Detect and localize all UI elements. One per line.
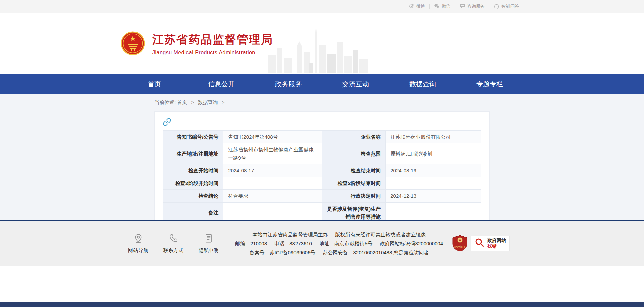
main-nav: 首页 信息公开 政务服务 交流互动 数据查询 专题专栏 [0, 74, 644, 94]
topbar-link-weibo[interactable]: 微博 [404, 3, 429, 10]
footer-line-1: 本站由江苏省药品监督管理局主办 版权所有未经许可禁止转载或者建立镜像 [226, 230, 452, 239]
wechat-icon [434, 3, 440, 10]
field-label: 检查2阶段结束时间 [322, 177, 386, 190]
footer-line-2: 邮编：210008 电话：83273610 地址：南京市鼓楼街5号 政府网站标识… [226, 239, 452, 248]
field-value: 告知书2024年第408号 [223, 131, 322, 143]
utility-topbar: 微博 微信 咨询服务 智能问答 [0, 0, 644, 13]
inspection-table: 告知书编号/公告号 告知书2024年第408号 企业名称 江苏联环药业股份有限公… [163, 130, 481, 223]
footer-security-number: 苏公网安备：32010602010488 您是第位访问者 [323, 250, 429, 255]
breadcrumb: 当前位置: 首页 > 数据查询 > [154, 99, 490, 106]
breadcrumb-prefix: 当前位置: [154, 99, 176, 105]
footer-copyright-text: 版权所有未经许可禁止转载或者建立镜像 [335, 232, 426, 237]
national-emblem [121, 31, 145, 57]
breadcrumb-link-home[interactable]: 首页 [177, 99, 187, 105]
party-government-agency-badge[interactable]: 党政机关 [452, 235, 468, 252]
agency-badge-label: 党政机关 [454, 245, 466, 249]
map-pin-icon [133, 233, 143, 244]
nav-item-info-disclosure[interactable]: 信息公开 [188, 74, 255, 94]
magnifier-icon [475, 238, 485, 249]
field-value: 符合要求 [223, 190, 322, 202]
field-label: 检查范围 [322, 143, 386, 164]
smart-qa-icon [494, 3, 499, 10]
field-value [386, 177, 481, 190]
field-value: 2024-12-13 [386, 190, 481, 202]
field-label: 企业名称 [322, 131, 386, 143]
footer-quick-links: 网站导航 联系方式 [121, 233, 226, 254]
nav-item-home[interactable]: 首页 [121, 74, 188, 94]
weibo-icon [409, 3, 414, 10]
nav-item-special-topics[interactable]: 专题专栏 [456, 74, 523, 94]
error-badge-title: 政府网站 [487, 238, 506, 243]
field-value: 江苏省扬州市扬州生物健康产业园健康一路9号 [223, 143, 322, 164]
breadcrumb-separator: > [222, 99, 225, 105]
field-label: 检查开始时间 [163, 164, 223, 177]
table-row: 检查结论 符合要求 行政决定时间 2024-12-13 [163, 190, 481, 202]
field-value: 原料药,口服溶液剂 [386, 143, 481, 164]
footer-phone: 电话：83273610 [274, 241, 312, 246]
table-row: 检查开始时间 2024-08-17 检查结束时间 2024-08-19 [163, 164, 481, 177]
field-label: 告知书编号/公告号 [163, 131, 223, 143]
nav-item-gov-services[interactable]: 政务服务 [255, 74, 322, 94]
footer-site-id: 政府网站标识码3200000004 [380, 241, 443, 246]
footer-text: 本站由江苏省药品监督管理局主办 版权所有未经许可禁止转载或者建立镜像 邮编：21… [226, 230, 452, 257]
nav-item-data-query[interactable]: 数据查询 [389, 74, 456, 94]
breadcrumb-separator: > [191, 99, 194, 105]
bottom-strip [0, 302, 644, 307]
field-label: 检查结束时间 [322, 164, 386, 177]
city-skyline-watermark [268, 23, 369, 74]
footer-link-label: 隐私申明 [199, 247, 219, 254]
field-label: 生产地址/注册地址 [163, 143, 223, 164]
footer-link-contact[interactable]: 联系方式 [156, 233, 191, 254]
phone-icon [168, 233, 178, 244]
site-subtitle: Jiangsu Medical Products Administration [152, 50, 273, 56]
footer-icp-number: 备案号：苏ICP备09039606号 [250, 250, 316, 255]
topbar-link-consult-service[interactable]: 咨询服务 [455, 3, 489, 10]
field-label: 检查2阶段开始时间 [163, 177, 223, 190]
field-value: 江苏联环药业股份有限公司 [386, 131, 481, 143]
consult-service-icon [460, 3, 465, 10]
field-label: 行政决定时间 [322, 190, 386, 202]
table-row: 检查2阶段开始时间 检查2阶段结束时间 [163, 177, 481, 190]
footer-line-3: 备案号：苏ICP备09039606号 苏公网安备：32010602010488 … [226, 248, 452, 257]
brand[interactable]: 江苏省药品监督管理局 Jiangsu Medical Products Admi… [121, 31, 273, 57]
document-icon [204, 233, 214, 244]
website-error-correction-badge[interactable]: 政府网站 找错 [471, 236, 510, 251]
topbar-link-label: 咨询服务 [467, 3, 485, 9]
footer-postcode: 邮编：210008 [235, 241, 267, 246]
main-content: 当前位置: 首页 > 数据查询 > 告知书编号/公告号 告知书2024年第408… [0, 94, 644, 220]
topbar-link-label: 微信 [442, 3, 450, 9]
table-row: 告知书编号/公告号 告知书2024年第408号 企业名称 江苏联环药业股份有限公… [163, 131, 481, 143]
error-badge-subtitle: 找错 [487, 243, 506, 249]
topbar-link-smart-qa[interactable]: 智能问答 [489, 3, 523, 10]
footer-address: 地址：南京市鼓楼街5号 [319, 241, 372, 246]
inspection-detail-card: 告知书编号/公告号 告知书2024年第408号 企业名称 江苏联环药业股份有限公… [154, 111, 490, 231]
topbar-link-label: 智能问答 [501, 3, 519, 9]
table-row: 生产地址/注册地址 江苏省扬州市扬州生物健康产业园健康一路9号 检查范围 原料药… [163, 143, 481, 164]
footer-link-label: 网站导航 [128, 247, 148, 254]
site-header: 江苏省药品监督管理局 Jiangsu Medical Products Admi… [0, 13, 644, 74]
topbar-link-label: 微博 [416, 3, 425, 9]
link-icon [163, 118, 481, 126]
nav-item-interaction[interactable]: 交流互动 [322, 74, 389, 94]
field-label: 检查结论 [163, 190, 223, 202]
field-value: 2024-08-17 [223, 164, 322, 177]
footer-link-label: 联系方式 [163, 247, 183, 254]
footer-link-privacy[interactable]: 隐私申明 [191, 233, 226, 254]
footer-host-text: 本站由江苏省药品监督管理局主办 [252, 232, 328, 237]
site-footer: 网站导航 联系方式 [0, 220, 644, 266]
field-value: 2024-08-19 [386, 164, 481, 177]
footer-spacer [0, 266, 644, 302]
topbar-link-wechat[interactable]: 微信 [430, 3, 455, 10]
field-value [223, 177, 322, 190]
footer-link-sitemap[interactable]: 网站导航 [121, 233, 156, 254]
footer-badges: 党政机关 政府网站 找错 [452, 235, 510, 252]
breadcrumb-link-data-query[interactable]: 数据查询 [198, 99, 218, 105]
site-title: 江苏省药品监督管理局 [152, 32, 273, 47]
